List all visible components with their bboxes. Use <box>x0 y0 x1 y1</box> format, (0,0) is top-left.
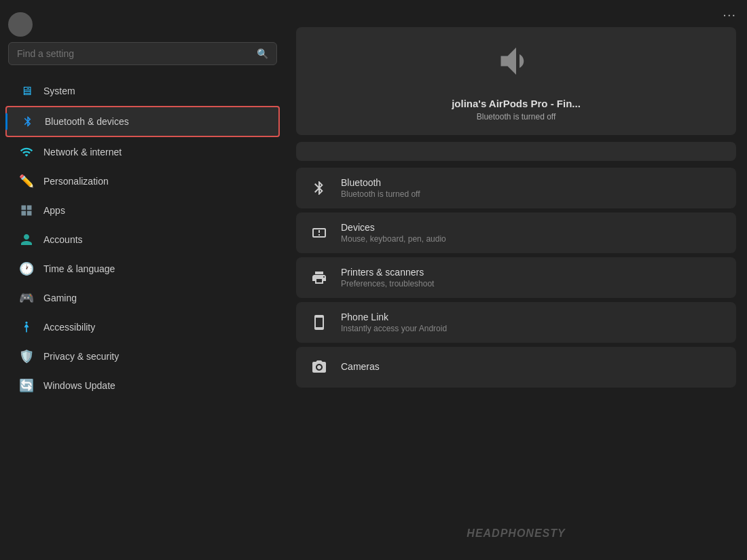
bluetooth-panel-text: Bluetooth Bluetooth is turned off <box>341 177 420 199</box>
sidebar-item-network[interactable]: Network & internet <box>5 138 280 166</box>
bluetooth-panel-icon <box>308 177 330 199</box>
more-options-button[interactable]: ··· <box>723 7 736 22</box>
search-container: 🔍 <box>8 42 277 65</box>
sidebar-item-system[interactable]: 🖥 System <box>5 77 280 105</box>
update-icon: 🔄 <box>19 378 34 393</box>
time-icon: 🕐 <box>19 261 34 276</box>
search-box[interactable]: 🔍 <box>8 42 277 65</box>
sidebar-item-label: Bluetooth & devices <box>45 116 129 127</box>
airpods-icon <box>496 41 536 90</box>
sidebar-item-apps[interactable]: Apps <box>5 196 280 225</box>
system-icon: 🖥 <box>19 83 34 98</box>
watermark: HEADPHONESTY <box>467 527 565 540</box>
privacy-icon: 🛡️ <box>19 349 34 364</box>
printers-panel-icon <box>308 267 330 288</box>
panel-item-bluetooth[interactable]: Bluetooth Bluetooth is turned off <box>296 168 736 208</box>
sidebar: 🔍 🖥 System Bluetooth & devices <box>0 0 285 560</box>
sidebar-item-label: Windows Update <box>43 380 115 391</box>
apps-icon <box>19 203 34 218</box>
sidebar-item-label: Accessibility <box>43 322 95 333</box>
cameras-panel-text: Cameras <box>341 361 380 373</box>
bluetooth-icon <box>20 114 35 129</box>
sidebar-item-label: Time & language <box>43 263 115 274</box>
top-bar <box>0 7 285 42</box>
sidebar-item-privacy[interactable]: 🛡️ Privacy & security <box>5 342 280 371</box>
sidebar-item-time[interactable]: 🕐 Time & language <box>5 255 280 283</box>
airpods-name: jolina's AirPods Pro - Fin... <box>452 98 581 109</box>
sidebar-item-label: Privacy & security <box>43 351 119 362</box>
sidebar-item-label: Apps <box>43 205 65 216</box>
sidebar-item-accounts[interactable]: Accounts <box>5 225 280 254</box>
sidebar-item-label: Personalization <box>43 176 109 187</box>
right-panel: ··· jolina's AirPods Pro - Fin... Blueto… <box>285 0 747 560</box>
sidebar-item-accessibility[interactable]: Accessibility <box>5 313 280 341</box>
nav-list: 🖥 System Bluetooth & devices <box>0 76 285 400</box>
sidebar-item-label: Accounts <box>43 234 83 245</box>
printers-panel-text: Printers & scanners Preferences, trouble… <box>341 267 434 288</box>
accounts-icon <box>19 232 34 247</box>
cameras-panel-icon <box>308 356 330 378</box>
sidebar-item-label: System <box>43 86 75 96</box>
accessibility-icon <box>19 320 34 335</box>
sidebar-item-personalization[interactable]: ✏️ Personalization <box>5 167 280 195</box>
sidebar-item-update[interactable]: 🔄 Windows Update <box>5 371 280 400</box>
sidebar-item-gaming[interactable]: 🎮 Gaming <box>5 284 280 312</box>
panel-item-phonelink[interactable]: Phone Link Instantly access your Android <box>296 302 736 343</box>
personalization-icon: ✏️ <box>19 174 34 189</box>
panel-item-printers[interactable]: Printers & scanners Preferences, trouble… <box>296 257 736 298</box>
search-input[interactable] <box>17 48 251 59</box>
airpods-card: jolina's AirPods Pro - Fin... Bluetooth … <box>296 27 736 135</box>
avatar <box>8 12 33 37</box>
panel-item-cameras[interactable]: Cameras <box>296 347 736 388</box>
sidebar-item-label: Gaming <box>43 293 77 303</box>
sidebar-item-bluetooth[interactable]: Bluetooth & devices <box>5 106 280 137</box>
airpods-status: Bluetooth is turned off <box>477 112 556 122</box>
phonelink-panel-text: Phone Link Instantly access your Android <box>341 312 447 333</box>
phonelink-panel-icon <box>308 312 330 333</box>
panel-item-devices[interactable]: Devices Mouse, keyboard, pen, audio <box>296 212 736 253</box>
spacer-card <box>296 142 736 161</box>
devices-panel-text: Devices Mouse, keyboard, pen, audio <box>341 222 446 244</box>
search-icon: 🔍 <box>257 48 268 59</box>
sidebar-item-label: Network & internet <box>43 147 122 157</box>
network-icon <box>19 145 34 160</box>
devices-panel-icon <box>308 222 330 244</box>
gaming-icon: 🎮 <box>19 291 34 305</box>
